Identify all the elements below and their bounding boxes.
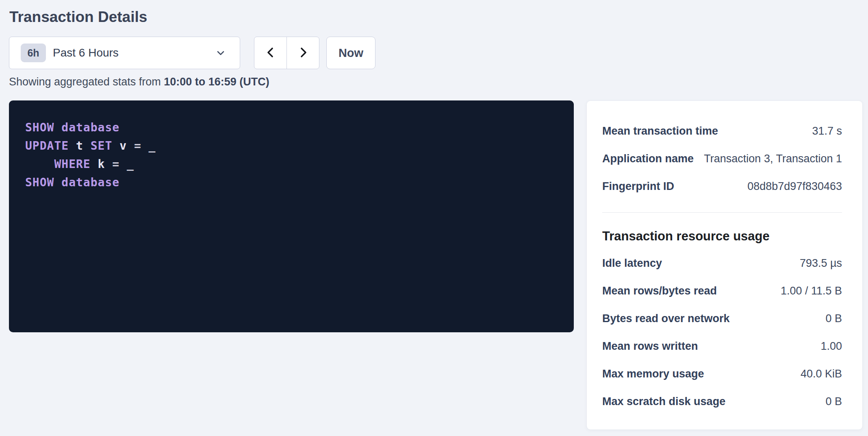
chevron-down-icon [215,48,226,58]
time-range-dropdown[interactable]: 6h Past 6 Hours [9,37,240,69]
resource-row: Max memory usage 40.0 KiB [602,360,842,388]
row-label: Max memory usage [602,368,712,380]
row-value: 1.00 [820,340,842,353]
main-content: SHOW databaseUPDATE t SET v = _ WHERE k … [9,100,863,430]
row-value: 0 B [825,395,842,408]
aggregation-period-text: Showing aggregated stats from 10:00 to 1… [9,75,863,89]
row-label: Max scratch disk usage [602,395,733,408]
resource-row: Mean rows written 1.00 [602,332,842,360]
time-range-label: Past 6 Hours [53,46,119,59]
row-value: 40.0 KiB [801,368,842,380]
time-range-badge: 6h [21,44,46,62]
time-controls: 6h Past 6 Hours [9,37,863,69]
row-label: Mean transaction time [602,125,726,137]
chevron-left-icon [265,46,276,60]
sql-line: SHOW database [25,118,558,137]
now-button[interactable]: Now [326,37,375,69]
row-label: Mean rows/bytes read [602,285,725,297]
resource-row: Idle latency 793.5 µs [602,249,842,277]
aggregation-period-range: 10:00 to 16:59 (UTC) [164,76,269,88]
resource-usage-section-title: Transaction resource usage [602,228,842,244]
summary-rows: Mean transaction time 31.7 s Application… [602,117,842,200]
page-title: Transaction Details [9,8,863,26]
row-value: 08d8b7d97f830463 [747,180,842,193]
sql-line: UPDATE t SET v = _ [25,137,558,155]
summary-row: Mean transaction time 31.7 s [602,117,842,145]
row-label: Idle latency [602,257,670,270]
resource-rows: Idle latency 793.5 µs Mean rows/bytes re… [602,249,842,415]
row-label: Bytes read over network [602,312,738,325]
summary-row: Fingerprint ID 08d8b7d97f830463 [602,172,842,200]
transaction-details-page: Transaction Details 6h Past 6 Hours [0,0,868,430]
sql-statement-box: SHOW databaseUPDATE t SET v = _ WHERE k … [9,100,574,332]
resource-row: Mean rows/bytes read 1.00 / 11.5 B [602,277,842,305]
next-time-button[interactable] [286,37,319,69]
sql-line: SHOW database [25,173,558,192]
row-label: Fingerprint ID [602,180,682,193]
panel-divider [602,212,842,213]
summary-row: Application name Transaction 3, Transact… [602,145,842,172]
row-label: Application name [602,153,702,165]
row-value: 793.5 µs [800,257,842,270]
resource-row: Bytes read over network 0 B [602,305,842,332]
details-sidebar: Mean transaction time 31.7 s Application… [586,100,863,430]
time-step-buttons [254,37,319,69]
prev-time-button[interactable] [254,37,287,69]
row-value: 1.00 / 11.5 B [781,285,842,297]
row-value: 31.7 s [812,125,842,137]
row-value: Transaction 3, Transaction 1 [704,153,842,165]
row-label: Mean rows written [602,340,706,353]
sql-line: WHERE k = _ [25,155,558,173]
aggregation-period-prefix: Showing aggregated stats from [9,76,164,88]
resource-row: Max scratch disk usage 0 B [602,388,842,415]
chevron-right-icon [297,46,309,60]
row-value: 0 B [825,312,842,325]
